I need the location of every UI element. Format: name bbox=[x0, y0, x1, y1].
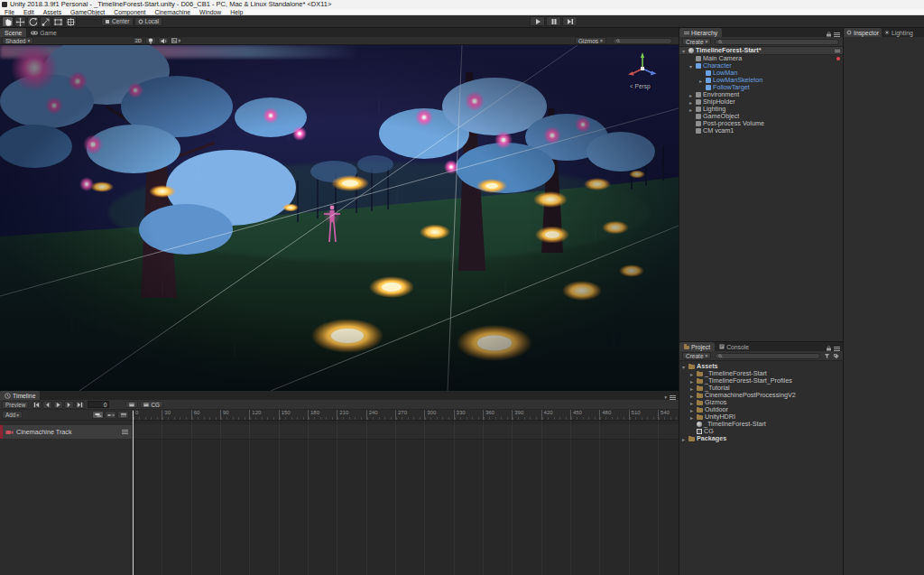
hierarchy-search-field[interactable] bbox=[715, 39, 839, 45]
hierarchy-item[interactable]: Character bbox=[679, 62, 843, 70]
scene-viewport-canvas[interactable]: < Persp bbox=[0, 45, 679, 391]
add-track-button[interactable]: Add ▾ bbox=[2, 411, 23, 419]
foldout-arrow[interactable] bbox=[699, 78, 706, 84]
search-by-type-icon[interactable] bbox=[824, 353, 830, 359]
pause-button[interactable] bbox=[546, 16, 561, 26]
scene-audio-button[interactable] bbox=[158, 37, 169, 44]
transform-tool-button[interactable] bbox=[65, 16, 77, 27]
timeline-track[interactable]: Cinemachine Track bbox=[0, 424, 679, 440]
menu-item[interactable]: File bbox=[0, 9, 19, 15]
menu-item[interactable]: Help bbox=[226, 9, 247, 15]
foldout-arrow[interactable] bbox=[689, 107, 696, 113]
goto-start-icon bbox=[33, 402, 40, 408]
play-button[interactable] bbox=[530, 16, 545, 26]
foldout-arrow[interactable] bbox=[690, 400, 697, 406]
foldout-arrow[interactable] bbox=[690, 414, 697, 421]
tab-project[interactable]: Project bbox=[679, 342, 715, 351]
transform-icon bbox=[66, 17, 76, 27]
project-item[interactable]: Packages bbox=[679, 435, 843, 442]
prev-frame-button[interactable] bbox=[42, 401, 52, 409]
tab-scene[interactable]: Scene bbox=[0, 28, 26, 37]
timeline-asset-chip[interactable]: CG bbox=[140, 401, 162, 408]
preview-label: Preview bbox=[5, 402, 25, 408]
hand-tool-button[interactable] bbox=[2, 16, 14, 27]
panel-menu-icon[interactable] bbox=[834, 347, 840, 351]
shading-mode-dropdown[interactable]: Shaded ▾ bbox=[2, 37, 33, 44]
ripple-mode-button[interactable] bbox=[105, 411, 116, 419]
replace-mode-button[interactable] bbox=[117, 411, 129, 419]
goto-end-button[interactable] bbox=[75, 401, 85, 409]
timeline-play-button[interactable] bbox=[53, 401, 63, 409]
scale-tool-button[interactable] bbox=[40, 16, 51, 27]
rotate-tool-button[interactable] bbox=[27, 16, 39, 27]
row-badge bbox=[836, 57, 840, 60]
timeline-director-chip[interactable] bbox=[125, 401, 138, 408]
mix-mode-button[interactable] bbox=[92, 411, 104, 419]
hierarchy-item[interactable]: LowManSkeleton bbox=[679, 77, 843, 84]
foldout-arrow[interactable] bbox=[682, 48, 688, 54]
tab-hierarchy[interactable]: Hierarchy bbox=[679, 28, 722, 37]
move-tool-button[interactable] bbox=[14, 16, 26, 27]
menu-item[interactable]: Window bbox=[195, 9, 226, 15]
foldout-arrow[interactable] bbox=[689, 92, 696, 98]
timeline-ruler[interactable]: 0 30 60 90 120 150 180 210 240 270 300 3… bbox=[133, 410, 679, 421]
rect-tool-button[interactable] bbox=[52, 16, 64, 27]
foldout-arrow[interactable] bbox=[690, 385, 697, 392]
tab-console[interactable]: Console bbox=[715, 342, 753, 351]
cinemachine-track-header[interactable]: Cinemachine Track bbox=[0, 424, 133, 440]
scene-render bbox=[0, 45, 679, 391]
menu-item[interactable]: GameObject bbox=[66, 9, 109, 15]
foldout-arrow[interactable] bbox=[682, 436, 688, 442]
pivot-toggle-button[interactable]: Center bbox=[101, 17, 134, 26]
track-menu-icon[interactable] bbox=[122, 430, 128, 434]
create-button[interactable]: Create ▾ bbox=[682, 38, 711, 45]
menu-item[interactable]: Component bbox=[109, 9, 150, 15]
gizmos-dropdown[interactable]: Gizmos ▾ bbox=[575, 37, 606, 44]
next-frame-button[interactable] bbox=[64, 401, 74, 409]
foldout-arrow[interactable] bbox=[689, 99, 696, 106]
lock-icon[interactable] bbox=[827, 32, 831, 37]
foldout-arrow[interactable] bbox=[690, 371, 697, 377]
lock-icon[interactable] bbox=[827, 346, 831, 351]
project-search-field[interactable] bbox=[715, 353, 820, 359]
current-frame-field[interactable]: 0 bbox=[88, 401, 109, 408]
track-clip-lane[interactable] bbox=[133, 424, 679, 440]
playhead-line[interactable] bbox=[133, 411, 134, 575]
menu-item[interactable]: Cinemachine bbox=[150, 9, 195, 15]
search-by-label-icon[interactable] bbox=[833, 353, 839, 359]
scene-lighting-button[interactable] bbox=[145, 37, 156, 44]
panel-menu-icon[interactable] bbox=[670, 395, 676, 400]
tab-game[interactable]: Game bbox=[26, 28, 61, 37]
hierarchy-item[interactable]: CM vcam1 bbox=[679, 127, 843, 134]
foldout-arrow[interactable] bbox=[690, 407, 697, 413]
scene-search-input[interactable] bbox=[620, 38, 669, 44]
timeline-clip-area[interactable] bbox=[133, 421, 679, 575]
hierarchy-search-input[interactable] bbox=[723, 39, 836, 45]
scene-effects-dropdown[interactable]: ▾ bbox=[171, 37, 181, 44]
tab-lighting[interactable]: Lighting bbox=[882, 28, 916, 37]
foldout-arrow[interactable] bbox=[690, 378, 697, 385]
project-search-input[interactable] bbox=[723, 353, 817, 359]
panel-menu-icon[interactable] bbox=[834, 32, 840, 37]
space-toggle-button[interactable]: Local bbox=[134, 17, 163, 26]
scene-menu-icon[interactable] bbox=[835, 49, 840, 52]
preview-toggle-button[interactable]: Preview bbox=[2, 401, 29, 409]
foldout-arrow[interactable] bbox=[682, 364, 688, 370]
tab-inspector[interactable]: Inspector bbox=[844, 28, 882, 37]
persp-mode-label[interactable]: < Persp bbox=[630, 83, 651, 89]
menu-item[interactable]: Assets bbox=[39, 9, 66, 15]
goto-start-button[interactable] bbox=[32, 401, 42, 409]
foldout-arrow[interactable] bbox=[689, 63, 696, 70]
track-name: Cinemachine Track bbox=[16, 428, 72, 436]
step-icon bbox=[567, 18, 574, 25]
tab-timeline[interactable]: Timeline bbox=[0, 391, 40, 400]
scene-search-field[interactable] bbox=[613, 38, 672, 44]
toggle-2d-button[interactable]: 2D bbox=[133, 37, 143, 44]
foldout-arrow[interactable] bbox=[690, 393, 697, 399]
create-button[interactable]: Create ▾ bbox=[682, 352, 711, 359]
step-button[interactable] bbox=[562, 16, 578, 26]
2d-label: 2D bbox=[135, 38, 142, 43]
asset-icon bbox=[697, 422, 702, 427]
menu-item[interactable]: Edit bbox=[19, 9, 39, 15]
timeline-asset-name: CG bbox=[151, 402, 159, 408]
